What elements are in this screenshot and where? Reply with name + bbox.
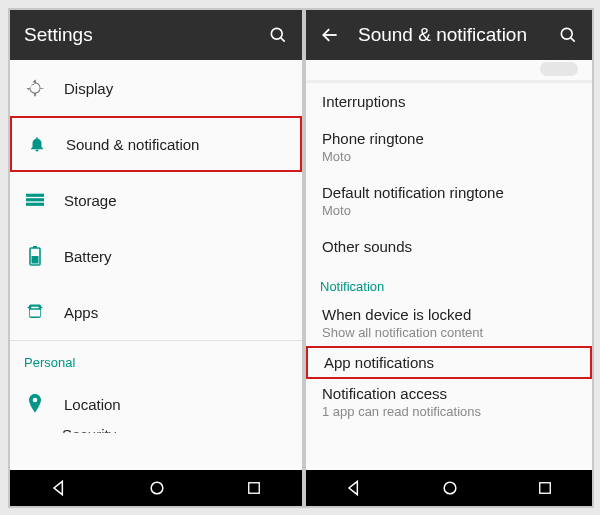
search-icon[interactable]	[558, 25, 578, 45]
pref-primary: When device is locked	[322, 306, 576, 323]
pref-secondary: Show all notification content	[322, 325, 576, 340]
settings-item-label: Location	[64, 396, 121, 413]
sound-prefs-list[interactable]: Interruptions Phone ringtone Moto Defaul…	[306, 60, 592, 470]
svg-rect-14	[540, 483, 551, 494]
location-icon	[24, 394, 46, 414]
pref-phone-ringtone[interactable]: Phone ringtone Moto	[306, 120, 592, 174]
pref-other-sounds[interactable]: Other sounds	[306, 228, 592, 265]
svg-point-8	[151, 482, 163, 494]
bell-icon	[26, 135, 48, 153]
appbar-sound: Sound & notification	[306, 10, 592, 60]
settings-screen: Settings Display Sound & notification St…	[8, 8, 304, 508]
nav-recent-icon[interactable]	[536, 479, 554, 497]
nav-home-icon[interactable]	[440, 478, 460, 498]
nav-back-icon[interactable]	[49, 478, 69, 498]
svg-point-11	[561, 28, 572, 39]
pref-primary: Phone ringtone	[322, 130, 576, 147]
nav-home-icon[interactable]	[147, 478, 167, 498]
pref-primary: Notification access	[322, 385, 576, 402]
settings-item-sound[interactable]: Sound & notification	[10, 116, 302, 172]
settings-item-battery[interactable]: Battery	[10, 228, 302, 284]
settings-item-label: Apps	[64, 304, 98, 321]
svg-rect-2	[26, 194, 44, 197]
settings-item-label: Battery	[64, 248, 112, 265]
pref-secondary: Moto	[322, 149, 576, 164]
svg-rect-9	[249, 483, 260, 494]
svg-rect-4	[26, 203, 44, 206]
android-navbar	[306, 470, 592, 506]
settings-item-location[interactable]: Location	[10, 376, 302, 432]
pref-primary: Other sounds	[322, 238, 576, 255]
svg-line-1	[281, 38, 285, 42]
back-icon[interactable]	[320, 25, 340, 45]
settings-item-cutoff: Security	[10, 432, 302, 450]
appbar-settings: Settings	[10, 10, 302, 60]
settings-list[interactable]: Display Sound & notification Storage Bat…	[10, 60, 302, 470]
svg-point-13	[444, 482, 456, 494]
pref-primary: Interruptions	[322, 93, 576, 110]
apps-icon	[24, 303, 46, 321]
clipped-pref-top	[306, 60, 592, 78]
svg-rect-7	[32, 256, 39, 264]
nav-recent-icon[interactable]	[245, 479, 263, 497]
nav-back-icon[interactable]	[344, 478, 364, 498]
pref-interruptions[interactable]: Interruptions	[306, 83, 592, 120]
svg-line-12	[571, 38, 575, 42]
sound-notification-screen: Sound & notification Interruptions Phone…	[304, 8, 594, 508]
svg-rect-3	[26, 198, 44, 201]
pref-secondary: 1 app can read notifications	[322, 404, 576, 419]
settings-item-label: Sound & notification	[66, 136, 199, 153]
pref-app-notifications[interactable]: App notifications	[306, 346, 592, 379]
pref-default-notification-ringtone[interactable]: Default notification ringtone Moto	[306, 174, 592, 228]
android-navbar	[10, 470, 302, 506]
battery-icon	[24, 246, 46, 266]
appbar-title: Sound & notification	[358, 24, 544, 46]
settings-section-personal: Personal	[10, 341, 302, 376]
storage-icon	[24, 193, 46, 207]
settings-item-storage[interactable]: Storage	[10, 172, 302, 228]
search-icon[interactable]	[268, 25, 288, 45]
settings-item-label: Display	[64, 80, 113, 97]
section-notification: Notification	[306, 265, 592, 300]
pref-notification-access[interactable]: Notification access 1 app can read notif…	[306, 379, 592, 425]
appbar-title: Settings	[24, 24, 254, 46]
pref-secondary: Moto	[322, 203, 576, 218]
display-icon	[24, 78, 46, 98]
pref-primary: Default notification ringtone	[322, 184, 576, 201]
svg-point-0	[271, 28, 282, 39]
settings-item-display[interactable]: Display	[10, 60, 302, 116]
settings-item-apps[interactable]: Apps	[10, 284, 302, 340]
pref-primary: App notifications	[324, 354, 574, 371]
settings-item-label: Storage	[64, 192, 117, 209]
pref-when-device-locked[interactable]: When device is locked Show all notificat…	[306, 300, 592, 346]
